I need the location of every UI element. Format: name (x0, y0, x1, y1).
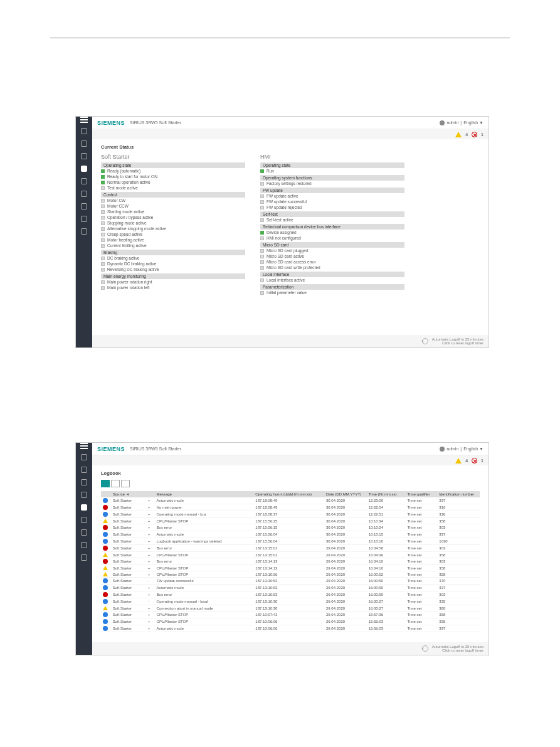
column-header[interactable]: Date (DD.MM.YYYY) (324, 491, 367, 497)
status-led-icon (260, 194, 264, 198)
brand-logo: SIEMENS (97, 120, 125, 126)
user-icon[interactable] (440, 120, 445, 125)
cell: 16:00:52 (367, 571, 406, 578)
reset-timer-icon[interactable] (422, 645, 428, 652)
cell: + (146, 504, 155, 511)
table-row[interactable]: Soft Starter+Automatic mode187.13:10:532… (101, 585, 480, 591)
nav-info-icon[interactable] (81, 467, 87, 473)
status-row: FW update successful (260, 199, 404, 204)
cell: 12:23:00 (367, 497, 406, 504)
user-name: admin (446, 120, 458, 125)
status-led-icon (260, 291, 264, 295)
nav-link-icon[interactable] (81, 153, 87, 159)
warning-icon[interactable] (455, 458, 462, 464)
status-label: Micro SD card active (267, 254, 304, 258)
tab-device-events[interactable] (111, 480, 120, 487)
column-header[interactable]: Operating hours (dddd.hh:mm:ss) (253, 491, 324, 497)
cell: 16:04:58 (367, 545, 406, 552)
language-selector[interactable]: English ▼ (463, 120, 483, 125)
app-header: SIEMENS SIRIUS 3RW5 Soft Starter admin |… (92, 443, 489, 455)
nav-link-icon[interactable] (81, 479, 87, 485)
logoff-text2[interactable]: Click to reset logoff timer (442, 341, 483, 345)
table-row[interactable]: Soft Starter+Logbook application - warni… (101, 538, 480, 545)
table-row[interactable]: Soft Starter+Bus error187.13:10:5329.04.… (101, 591, 480, 598)
cell: Time set (406, 504, 438, 511)
cell: 303 (437, 558, 480, 565)
status-row: Micro SD card plugged (260, 248, 404, 253)
nav-home-icon[interactable] (81, 128, 87, 134)
nav-log-icon[interactable] (81, 178, 87, 184)
nav-info-icon[interactable] (81, 140, 87, 147)
table-row[interactable]: Soft Starter+CPU/Master STOP187.13:10:56… (101, 571, 480, 578)
table-row[interactable]: Soft Starter+Bus error187.13:14:1329.04.… (101, 558, 480, 565)
cell: 30.04.2020 (324, 524, 367, 531)
table-row[interactable]: Soft Starter+Connection abort in manual … (101, 605, 480, 612)
cell: 29.04.2020 (324, 625, 367, 632)
status-row: Reversing DC braking active (101, 267, 245, 272)
logoff-text2[interactable]: Click to reset logoff timer (442, 649, 483, 652)
user-icon[interactable] (440, 447, 445, 452)
cell: 30.04.2020 (324, 518, 367, 524)
table-row[interactable]: Soft Starter+No main power187.18:08:4930… (101, 504, 480, 511)
info-icon (103, 532, 108, 537)
menu-icon[interactable] (80, 119, 88, 120)
column-header[interactable]: Time (hh:mm:ss) (367, 491, 406, 497)
table-row[interactable]: Soft Starter-FW update successful187.13:… (101, 578, 480, 585)
nav-settings-icon[interactable] (81, 554, 87, 561)
menu-icon[interactable] (80, 445, 88, 447)
nav-dash-icon[interactable] (81, 191, 87, 197)
nav-status-icon[interactable] (81, 492, 87, 498)
status-led-icon (101, 227, 105, 231)
table-row[interactable]: Soft Starter+Bus error187.15:56:1530.04.… (101, 524, 480, 531)
table-row[interactable]: Soft Starter+CPU/Master STOP187.13:15:01… (101, 552, 480, 558)
nav-settings-icon[interactable] (81, 228, 87, 235)
column-header[interactable] (101, 491, 111, 497)
nav-dash-icon[interactable] (81, 517, 87, 523)
table-row[interactable]: Soft Starter+CPU/Master STOP187.15:56:25… (101, 518, 480, 524)
table-row[interactable]: Soft Starter+CPU/Master STOP187.10:06:06… (101, 618, 480, 625)
screenshot-current-status: SIEMENS SIRIUS 3RW5 Soft Starter admin |… (75, 116, 489, 348)
table-row[interactable]: Soft Starter+CPU/Master STOP187.10:07:41… (101, 612, 480, 618)
language-selector[interactable]: English ▼ (463, 447, 483, 451)
table-row[interactable]: Soft Starter+Bus error187.13:15:0129.04.… (101, 545, 480, 552)
nav-cloud-icon[interactable] (81, 542, 87, 548)
cell: 358 (437, 552, 480, 558)
table-row[interactable]: Soft Starter+Automatic mode187.15:56:043… (101, 531, 480, 538)
column-header[interactable] (146, 491, 155, 497)
table-row[interactable]: Soft Starter+CPU/Master STOP187.13:14:13… (101, 565, 480, 571)
cell: Time set (406, 605, 438, 612)
status-group-header: Self-test (260, 211, 404, 217)
status-label: Creep speed active (107, 232, 142, 236)
status-row: FW update rejected (260, 204, 404, 210)
info-icon (103, 626, 108, 631)
reset-timer-icon[interactable] (422, 338, 428, 344)
error-icon[interactable] (472, 458, 477, 464)
error-icon[interactable] (472, 132, 477, 137)
column-header[interactable]: Message (155, 491, 254, 497)
tab-device-errors[interactable] (101, 480, 110, 487)
warning-icon[interactable] (455, 132, 462, 137)
table-row[interactable]: Soft Starter+Automatic mode187.10:06:062… (101, 625, 480, 632)
column-header[interactable]: Source ◄ (111, 491, 146, 497)
status-row: Main power rotation left (101, 285, 245, 290)
nav-log-icon[interactable] (81, 504, 87, 511)
status-row: Test mode active (101, 185, 245, 191)
table-row[interactable]: Soft Starter-Operating mode manual - loc… (101, 598, 480, 605)
column-header[interactable]: Identification number (437, 491, 480, 497)
nav-home-icon[interactable] (81, 454, 87, 460)
status-led-icon (260, 255, 264, 258)
table-row[interactable]: Soft Starter+Automatic mode187.18:08:493… (101, 497, 480, 504)
nav-chart-icon[interactable] (81, 203, 87, 209)
nav-status-icon[interactable] (81, 166, 87, 172)
tab-refresh[interactable] (121, 480, 130, 487)
error-count: 1 (481, 132, 483, 137)
nav-cloud-icon[interactable] (81, 216, 87, 222)
table-row[interactable]: Soft Starter+Operating mode manual - bus… (101, 511, 480, 518)
nav-chart-icon[interactable] (81, 529, 87, 536)
status-row: HMI not configured (260, 235, 404, 241)
cell: 303 (437, 524, 480, 531)
status-led-icon (260, 266, 264, 270)
status-led-icon (101, 210, 105, 214)
column-header[interactable]: Time qualifier (406, 491, 438, 497)
status-label: Motor CCW (107, 204, 129, 208)
